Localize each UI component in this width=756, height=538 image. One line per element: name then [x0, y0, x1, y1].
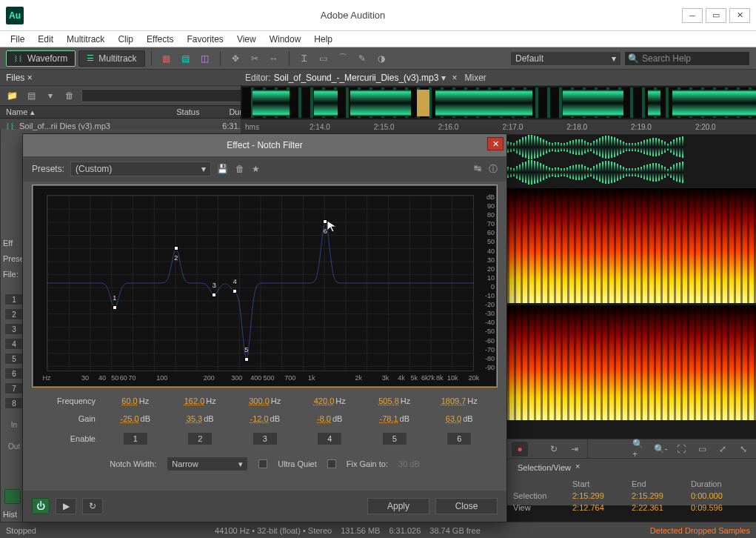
frequency-value[interactable]: 420.0Hz	[301, 396, 360, 405]
sv-value[interactable]: 2:12.764	[572, 503, 624, 512]
menu-file[interactable]: File	[4, 33, 30, 46]
rack-slot[interactable]: 7	[4, 382, 24, 394]
overview-waveform[interactable]: ⤢	[241, 86, 756, 120]
loop-icon[interactable]: ↻	[546, 442, 562, 456]
favorite-preset-icon[interactable]: ★	[252, 164, 260, 174]
gain-value[interactable]: 63.0dB	[430, 414, 489, 423]
menu-view[interactable]: View	[231, 33, 262, 46]
window-maximize-button[interactable]: ▭	[706, 8, 726, 23]
save-preset-icon[interactable]: 💾	[217, 164, 228, 174]
enable-band-button[interactable]: 2	[171, 432, 230, 445]
presets-dropdown[interactable]: (Custom) ▾	[70, 162, 211, 176]
ultra-quiet-checkbox[interactable]	[258, 459, 267, 468]
frequency-value[interactable]: 60.0Hz	[106, 396, 165, 405]
menu-clip[interactable]: Clip	[112, 33, 139, 46]
razor-tool-icon[interactable]: ✂	[246, 50, 264, 67]
zoom-out-time-icon[interactable]: ⤡	[735, 442, 752, 456]
menu-effects[interactable]: Effects	[141, 33, 179, 46]
enable-band-button[interactable]: 4	[301, 432, 360, 445]
zoom-full-icon[interactable]: ⛶	[673, 442, 689, 456]
spectral-pan-icon[interactable]: ◫	[196, 50, 214, 67]
frequency-value[interactable]: 300.0Hz	[235, 396, 295, 405]
gain-value[interactable]: -8.0dB	[301, 414, 360, 423]
eq-graph[interactable]: dB9080706050403020100-10-20-30-40-50-60-…	[33, 186, 496, 386]
rack-slot[interactable]: 3	[4, 323, 24, 335]
dialog-titlebar[interactable]: Effect - Notch Filter ✕	[23, 134, 506, 156]
files-col-name[interactable]: Name ▴	[6, 107, 147, 117]
rack-slot[interactable]: 6	[4, 368, 24, 379]
marquee-tool-icon[interactable]: ▭	[315, 50, 332, 67]
trash-icon[interactable]: 🗑	[62, 89, 77, 102]
zoom-in-time-icon[interactable]: ⤢	[715, 442, 731, 456]
effects-rack-tab[interactable]: Eff	[3, 239, 24, 250]
frequency-value[interactable]: 505.8Hz	[365, 396, 424, 405]
gain-value[interactable]: -12.0dB	[235, 414, 295, 423]
spot-heal-tool-icon[interactable]: ◑	[372, 50, 390, 67]
sv-value[interactable]: 2:15.299	[632, 491, 683, 500]
spectral-frequency-icon[interactable]: ▦	[158, 50, 175, 67]
move-tool-icon[interactable]: ✥	[227, 50, 244, 67]
timeline-ruler[interactable]: hms 2:14.0 2:15.0 2:16.0 2:17.0 2:18.0 2…	[241, 120, 756, 135]
spectral-pitch-icon[interactable]: ▤	[177, 50, 195, 67]
effect-power-button[interactable]: ⏻	[32, 498, 50, 514]
sv-value[interactable]: 2:15.299	[572, 491, 624, 500]
sv-value[interactable]: 0:00.000	[691, 491, 743, 500]
frequency-value[interactable]: 162.0Hz	[171, 396, 230, 405]
rack-slot[interactable]: 1	[4, 293, 24, 305]
editor-tab[interactable]: Editor: Soil_of_Sound_-_Mercurii_Dies_(v…	[245, 73, 457, 83]
selection-view-tab[interactable]: Selection/View	[513, 462, 575, 475]
menu-window[interactable]: Window	[264, 33, 307, 46]
notch-width-dropdown[interactable]: Narrow ▾	[167, 456, 248, 471]
enable-band-button[interactable]: 3	[235, 432, 295, 445]
menu-multitrack[interactable]: Multitrack	[61, 33, 110, 46]
slip-tool-icon[interactable]: ↔	[265, 50, 283, 67]
gain-value[interactable]: -78.1dB	[365, 414, 424, 423]
zoom-sel-icon[interactable]: ▭	[694, 442, 710, 456]
file-row[interactable]: ⧘⧙ Soil_of...rii Dies (v3).mp3 6:31.026	[0, 119, 266, 133]
fix-gain-checkbox[interactable]	[327, 459, 336, 468]
new-file-icon[interactable]: ▤	[24, 89, 39, 102]
brush-tool-icon[interactable]: ✎	[353, 50, 371, 67]
preview-loop-button[interactable]: ↻	[82, 498, 103, 514]
sv-value[interactable]: 0:09.596	[691, 503, 743, 512]
gain-value[interactable]: 35.3dB	[171, 414, 230, 423]
window-close-button[interactable]: ✕	[729, 8, 750, 23]
workspace-dropdown[interactable]: Default ▾	[510, 51, 621, 66]
menu-help[interactable]: Help	[308, 33, 338, 46]
files-col-status[interactable]: Status	[176, 107, 199, 116]
channel-map-icon[interactable]: ↹	[474, 163, 481, 176]
delete-preset-icon[interactable]: 🗑	[235, 164, 244, 174]
rack-slot[interactable]: 5	[4, 353, 24, 365]
status-warning[interactable]: Detected Dropped Samples	[650, 526, 750, 535]
zoom-in-icon[interactable]: 🔍+	[632, 442, 648, 456]
menu-edit[interactable]: Edit	[32, 33, 59, 46]
dialog-close-button[interactable]: ✕	[487, 137, 504, 150]
mixer-tab[interactable]: Mixer	[464, 73, 486, 83]
rack-slot[interactable]: 8	[4, 397, 24, 409]
files-search-input[interactable]	[81, 89, 261, 102]
time-select-tool-icon[interactable]: Ꮖ	[295, 50, 313, 67]
rack-power-button[interactable]	[4, 489, 21, 504]
frequency-value[interactable]: 1809.7Hz	[430, 396, 489, 405]
enable-band-button[interactable]: 6	[430, 432, 489, 445]
close-tab-icon[interactable]: ×	[452, 73, 457, 83]
rack-slot[interactable]: 2	[4, 308, 24, 320]
rack-slot[interactable]: 4	[4, 338, 24, 350]
mode-multitrack-button[interactable]: ☰ Multitrack	[78, 50, 144, 67]
gain-value[interactable]: -25.0dB	[106, 414, 165, 423]
enable-band-button[interactable]: 1	[106, 432, 165, 445]
files-tab[interactable]: Files ×	[0, 70, 266, 86]
help-icon[interactable]: ⓘ	[489, 163, 498, 176]
lasso-tool-icon[interactable]: ⌒	[334, 50, 352, 67]
window-minimize-button[interactable]: ─	[682, 8, 703, 23]
open-file-icon[interactable]: 📁	[4, 89, 19, 102]
history-tab[interactable]: Hist	[3, 510, 17, 519]
zoom-out-icon[interactable]: 🔍-	[652, 442, 669, 456]
import-icon[interactable]: ▾	[43, 89, 58, 102]
apply-button[interactable]: Apply	[367, 498, 429, 514]
sv-value[interactable]: 2:22.361	[632, 503, 683, 512]
menu-favorites[interactable]: Favorites	[181, 33, 230, 46]
preview-play-button[interactable]: ▶	[56, 498, 76, 514]
record-button[interactable]: ●	[512, 442, 528, 456]
enable-band-button[interactable]: 5	[365, 432, 424, 445]
